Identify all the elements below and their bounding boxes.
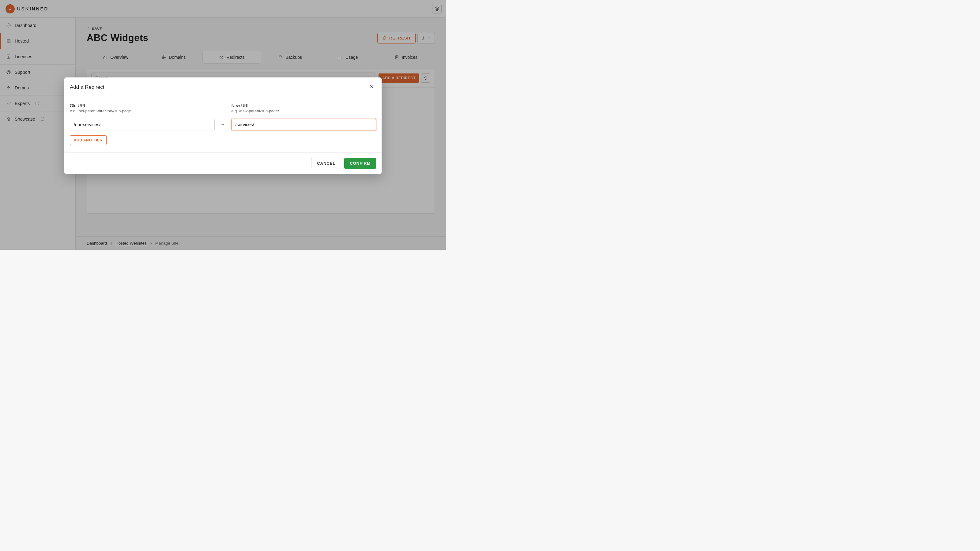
old-url-hint: e.g. /old-parent-directory/sub-page — [70, 109, 215, 113]
new-url-hint: e.g. /new-parent/sub-page/ — [232, 109, 376, 113]
modal-overlay[interactable]: Add a Redirect Old URL e.g. /old-parent-… — [0, 0, 446, 250]
close-icon — [369, 84, 375, 90]
new-url-label: New URL — [232, 103, 376, 108]
confirm-button[interactable]: CONFIRM — [344, 158, 376, 169]
add-another-button[interactable]: ADD ANOTHER — [70, 135, 107, 145]
old-url-input[interactable] — [70, 119, 215, 130]
close-button[interactable] — [368, 83, 376, 92]
arrow-right-icon: → — [221, 122, 225, 130]
cancel-button[interactable]: CANCEL — [311, 158, 341, 169]
modal-title: Add a Redirect — [70, 84, 104, 90]
new-url-input[interactable] — [232, 119, 376, 130]
add-redirect-modal: Add a Redirect Old URL e.g. /old-parent-… — [64, 78, 382, 174]
old-url-label: Old URL — [70, 103, 215, 108]
